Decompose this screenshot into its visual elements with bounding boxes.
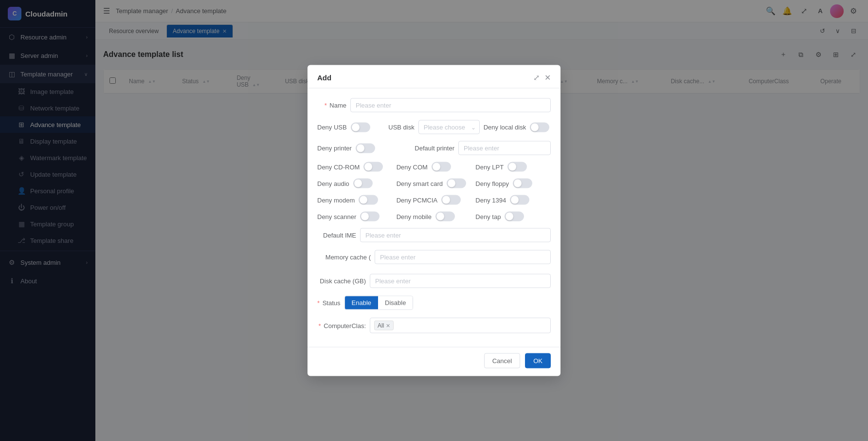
deny-usb-field: Deny USB bbox=[317, 122, 384, 132]
deny-local-disk-toggle[interactable] bbox=[530, 122, 549, 132]
modal-header-actions: ⤢ ✕ bbox=[533, 73, 551, 82]
modal-close-icon[interactable]: ✕ bbox=[544, 73, 551, 82]
deny-1394-field: Deny 1394 bbox=[475, 195, 551, 205]
name-input[interactable] bbox=[350, 98, 551, 112]
form-row-default-ime: Default IME bbox=[317, 228, 551, 242]
deny-modem-toggle[interactable] bbox=[359, 195, 378, 205]
modal-body: * Name Deny USB USB disk Plea bbox=[307, 89, 561, 347]
deny-scanner-field: Deny scanner bbox=[317, 212, 393, 221]
form-row-status: * Status Enable Disable bbox=[317, 296, 551, 310]
deny-cdrom-field: Deny CD-ROM bbox=[317, 162, 393, 172]
modal-header: Add ⤢ ✕ bbox=[307, 65, 561, 89]
deny-cdrom-toggle[interactable] bbox=[363, 162, 383, 172]
required-star: * bbox=[317, 299, 320, 307]
modal-title: Add bbox=[317, 74, 331, 82]
required-star: * bbox=[319, 322, 321, 329]
deny-smart-card-toggle[interactable] bbox=[447, 179, 466, 188]
deny-com-toggle[interactable] bbox=[432, 162, 451, 172]
cancel-button[interactable]: Cancel bbox=[484, 353, 520, 368]
default-printer-input[interactable] bbox=[458, 141, 551, 155]
form-row-printer: Deny printer Default printer bbox=[317, 141, 551, 155]
deny-tap-toggle[interactable] bbox=[505, 212, 524, 221]
ok-button[interactable]: OK bbox=[525, 353, 551, 368]
deny-audio-field: Deny audio bbox=[317, 179, 393, 188]
deny-pcmcia-field: Deny PCMCIA bbox=[397, 195, 472, 205]
deny-printer-toggle[interactable] bbox=[356, 143, 375, 153]
deny-floppy-toggle[interactable] bbox=[513, 179, 532, 188]
deny-mobile-toggle[interactable] bbox=[435, 212, 455, 221]
deny-lpt-toggle[interactable] bbox=[507, 162, 527, 172]
computer-class-input[interactable]: All ✕ bbox=[370, 318, 551, 333]
deny-smart-card-field: Deny smart card bbox=[397, 179, 472, 188]
computer-class-tag: All ✕ bbox=[374, 321, 394, 331]
disk-cache-input[interactable] bbox=[370, 274, 551, 288]
form-row-usb: Deny USB USB disk Please choose Deny loc… bbox=[317, 120, 551, 134]
modal-footer: Cancel OK bbox=[307, 347, 561, 376]
deny-printer-field: Deny printer bbox=[317, 143, 411, 153]
status-disable-button[interactable]: Disable bbox=[378, 296, 413, 310]
form-row-computer-class: * ComputerClas: All ✕ bbox=[317, 318, 551, 333]
deny-tap-field: Deny tap bbox=[475, 212, 551, 221]
form-row-cdrom: Deny CD-ROM Deny COM Deny LPT bbox=[317, 162, 551, 172]
deny-scanner-toggle[interactable] bbox=[360, 212, 380, 221]
tag-close-icon[interactable]: ✕ bbox=[386, 322, 390, 329]
form-row-name: * Name bbox=[317, 98, 551, 112]
add-modal: Add ⤢ ✕ * Name Deny USB bbox=[307, 65, 561, 376]
usb-disk-select[interactable]: Please choose bbox=[418, 120, 480, 134]
usb-disk-field: USB disk Please choose bbox=[388, 120, 479, 134]
modal-expand-icon[interactable]: ⤢ bbox=[533, 73, 540, 82]
deny-local-disk-field: Deny local disk bbox=[484, 122, 551, 132]
required-star: * bbox=[325, 102, 327, 109]
status-btn-group: Enable Disable bbox=[344, 296, 414, 310]
status-enable-button[interactable]: Enable bbox=[345, 296, 378, 310]
deny-1394-toggle[interactable] bbox=[510, 195, 529, 205]
deny-lpt-field: Deny LPT bbox=[475, 162, 551, 172]
deny-modem-field: Deny modem bbox=[317, 195, 393, 205]
deny-audio-toggle[interactable] bbox=[353, 179, 373, 188]
deny-mobile-field: Deny mobile bbox=[397, 212, 472, 221]
deny-usb-toggle[interactable] bbox=[351, 122, 370, 132]
deny-floppy-field: Deny floppy bbox=[475, 179, 551, 188]
default-printer-field: Default printer bbox=[415, 141, 551, 155]
form-row-audio: Deny audio Deny smart card Deny floppy bbox=[317, 179, 551, 188]
form-row-cache: Memory cache ( Disk cache (GB) bbox=[317, 250, 551, 288]
default-ime-input[interactable] bbox=[360, 228, 551, 242]
form-row-modem: Deny modem Deny PCMCIA Deny 1394 bbox=[317, 195, 551, 205]
form-row-scanner: Deny scanner Deny mobile Deny tap bbox=[317, 212, 551, 221]
deny-pcmcia-toggle[interactable] bbox=[441, 195, 461, 205]
memory-cache-input[interactable] bbox=[375, 250, 551, 264]
deny-com-field: Deny COM bbox=[397, 162, 472, 172]
